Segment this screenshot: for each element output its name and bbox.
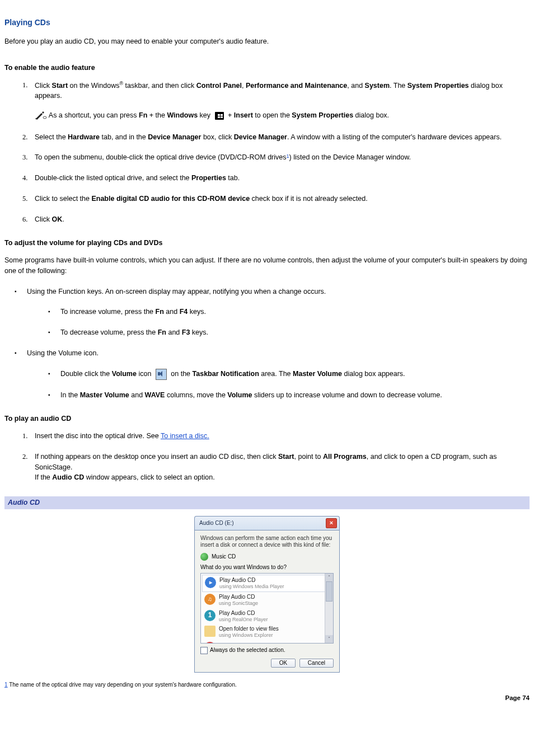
realone-icon: 1 bbox=[204, 610, 216, 621]
enable-audio-steps: 1. Click Start on the Windows® taskbar, … bbox=[25, 80, 530, 225]
intro-text: Before you play an audio CD, you may nee… bbox=[4, 36, 530, 47]
figure-caption: Audio CD bbox=[4, 496, 530, 509]
increase-volume: To increase volume, press the Fn and F4 … bbox=[44, 307, 530, 317]
play-step-1: 1. Insert the disc into the optical driv… bbox=[25, 431, 530, 442]
dialog-prompt: What do you want Windows to do? bbox=[200, 564, 334, 571]
volume-methods: Using the Function keys. An on-screen di… bbox=[10, 287, 530, 401]
decrease-volume: To decrease volume, press the Fn and F3 … bbox=[44, 327, 530, 338]
close-icon[interactable]: × bbox=[326, 518, 337, 528]
page-title: Playing CDs bbox=[4, 17, 530, 29]
step-4: 4. Double-click the listed optical drive… bbox=[25, 173, 530, 184]
dialog-titlebar: Audio CD (E:) × bbox=[194, 516, 340, 530]
always-checkbox-row[interactable]: Always do the selected action. bbox=[200, 647, 334, 654]
step-6: 6. Click OK. bbox=[25, 214, 530, 225]
content-type: Music CD bbox=[200, 553, 334, 561]
scroll-thumb[interactable] bbox=[326, 581, 332, 602]
volume-intro: Some programs have built-in volume contr… bbox=[4, 255, 530, 276]
option-realone[interactable]: 1 Play Audio CDusing RealOne Player bbox=[202, 608, 332, 624]
always-label: Always do the selected action. bbox=[210, 647, 285, 654]
option-sonicstage[interactable]: ♫ Play Audio CDusing SonicStage bbox=[202, 592, 332, 608]
step-3: 3. To open the submenu, double-click the… bbox=[25, 152, 530, 163]
scroll-down-icon[interactable]: ˅ bbox=[325, 635, 333, 643]
svg-point-0 bbox=[43, 116, 46, 119]
more-icon: › bbox=[204, 642, 216, 644]
move-sliders: In the Master Volume and WAVE columns, m… bbox=[44, 390, 530, 401]
footnote-ref-1[interactable]: 1 bbox=[287, 153, 289, 159]
method-volume-icon: Using the Volume icon. Double click the … bbox=[10, 348, 530, 401]
folder-icon bbox=[204, 626, 216, 637]
option-wmp[interactable]: ▸ Play Audio CDusing Windows Media Playe… bbox=[202, 575, 332, 592]
music-cd-icon bbox=[200, 553, 208, 561]
method-function-keys: Using the Function keys. An on-screen di… bbox=[10, 287, 530, 338]
volume-icon bbox=[156, 369, 167, 380]
section-enable-audio: To enable the audio feature bbox=[4, 63, 530, 73]
note-icon bbox=[35, 111, 47, 120]
step-2: 2. Select the Hardware tab, and in the D… bbox=[25, 132, 530, 143]
open-master-volume: Double click the Volume icon on the Task… bbox=[44, 369, 530, 380]
option-explorer[interactable]: Open folder to view filesusing Windows E… bbox=[202, 624, 332, 640]
checkbox[interactable] bbox=[200, 647, 208, 654]
audio-cd-dialog: Audio CD (E:) × Windows can perform the … bbox=[194, 516, 340, 673]
footnote-1: 1 The name of the optical drive may vary… bbox=[4, 680, 530, 689]
play-cd-steps: 1. Insert the disc into the optical driv… bbox=[25, 431, 530, 483]
shortcut-note: As a shortcut, you can press Fn + the Wi… bbox=[35, 109, 530, 122]
options-list[interactable]: ▸ Play Audio CDusing Windows Media Playe… bbox=[200, 573, 334, 644]
section-adjust-volume: To adjust the volume for playing CDs and… bbox=[4, 238, 530, 248]
scrollbar[interactable]: ˄ ˅ bbox=[325, 574, 333, 643]
step-5: 5. Click to select the Enable digital CD… bbox=[25, 194, 530, 204]
dialog-explain: Windows can perform the same action each… bbox=[200, 535, 334, 548]
scroll-up-icon[interactable]: ˄ bbox=[325, 574, 333, 581]
insert-disc-link[interactable]: To insert a disc. bbox=[161, 432, 209, 440]
ok-button[interactable]: OK bbox=[271, 659, 296, 668]
dialog-title-text: Audio CD (E:) bbox=[199, 520, 326, 527]
step-1: 1. Click Start on the Windows® taskbar, … bbox=[25, 80, 530, 122]
cancel-button[interactable]: Cancel bbox=[299, 659, 334, 668]
section-play-cd: To play an audio CD bbox=[4, 414, 530, 424]
page-number: Page 74 bbox=[4, 693, 530, 703]
windows-key-icon bbox=[215, 112, 224, 120]
sonicstage-icon: ♫ bbox=[204, 594, 216, 605]
option-more[interactable]: › bbox=[202, 640, 332, 644]
play-step-2: 2. If nothing appears on the desktop onc… bbox=[25, 452, 530, 483]
wmp-icon: ▸ bbox=[205, 577, 216, 588]
